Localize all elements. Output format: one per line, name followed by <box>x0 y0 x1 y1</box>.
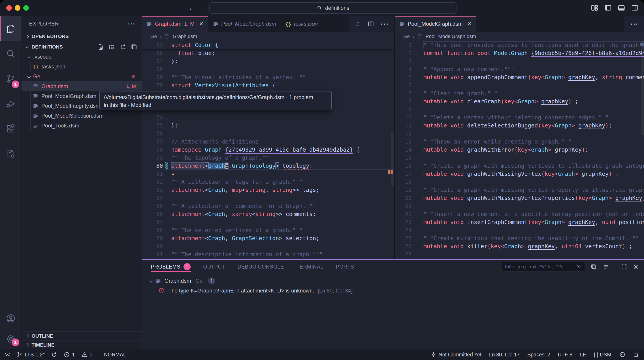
timeline-section[interactable]: TIMELINE <box>22 340 142 349</box>
search-activity-icon[interactable] <box>0 41 22 66</box>
code-line-6[interactable]: 6 <box>395 81 644 89</box>
panel-tab-terminal[interactable]: TERMINAL <box>296 260 323 274</box>
panel-tab-ports[interactable]: PORTS <box>336 260 354 274</box>
status-eol[interactable]: LF <box>580 352 586 358</box>
status-error-count[interactable]: 1 <box>64 352 75 358</box>
close-tab-icon[interactable]: ✕ <box>467 21 472 27</box>
code-line-1[interactable]: 1"""This pool provides access to functio… <box>395 41 644 49</box>
status-indentation[interactable]: Spaces: 2 <box>527 352 550 358</box>
tree-item-ge[interactable]: Ge <box>22 71 142 81</box>
code-line-7[interactable]: 7"""Clear the graph.""" <box>395 89 644 97</box>
code-line-20[interactable]: 20mutable void graphWithMissingVertexPro… <box>395 194 644 202</box>
editor-scrollbar[interactable] <box>641 41 644 135</box>
toggle-secondary-sidebar-icon[interactable] <box>631 4 639 12</box>
code-line-25[interactable]: 25"""Create mutations that destroy the u… <box>395 234 644 242</box>
code-line-21[interactable]: 21 <box>395 202 644 210</box>
code-line-91[interactable]: 91"""The descriptive information of a gr… <box>142 250 394 259</box>
code-line-67[interactable]: 67}; <box>142 57 394 65</box>
code-editor-graph-dsm[interactable]: 66 float blue;67};6869"""The visual attr… <box>142 49 394 259</box>
code-line-70[interactable]: 70struct VertexVisualAttributes { <box>142 81 394 89</box>
code-line-4[interactable]: 4"""Append a new comment.""" <box>395 65 644 73</box>
code-line-81[interactable]: 81✦ <box>142 170 394 178</box>
open-editors-section[interactable]: OPEN EDITORS <box>22 31 142 41</box>
tree-item-graph-dsm[interactable]: Graph.dsm1, M <box>22 81 142 91</box>
status-notifications[interactable] <box>633 352 639 358</box>
code-line-23[interactable]: 23mutable void insertGraphComment(key<Gr… <box>395 218 644 226</box>
extensions-activity-icon[interactable] <box>0 116 22 141</box>
explorer-more-actions-icon[interactable]: ⋯ <box>128 21 136 26</box>
collapse-all-icon[interactable] <box>131 44 138 50</box>
panel-tab-output[interactable]: OUTPUT <box>203 260 225 274</box>
toggle-panel-icon[interactable] <box>618 4 625 12</box>
status-warning-count[interactable]: 0 <box>82 352 92 358</box>
dsm-tools-activity-icon[interactable] <box>0 141 22 166</box>
maximize-panel-icon[interactable] <box>621 264 627 270</box>
code-line-77[interactable]: 77// Attachments definitions <box>142 138 394 146</box>
compare-editor-icon[interactable] <box>354 20 361 27</box>
code-line-89[interactable]: 89attachment<Graph, GraphSelection> sele… <box>142 234 394 242</box>
breadcrumb[interactable]: Ge›Graph.dsm <box>142 32 394 41</box>
code-line-83[interactable]: 83attachment<Graph, map<string, string>>… <box>142 186 394 194</box>
code-line-10[interactable]: 10"""Delete a vertex without deleting co… <box>395 114 644 122</box>
code-line-17[interactable]: 17mutable void graphWithMissingVertex(ke… <box>395 170 644 178</box>
code-line-27[interactable]: 27 <box>395 250 644 259</box>
code-line-80[interactable]: 80attachment<GraphE,GraphTopology> topol… <box>142 162 394 170</box>
problems-filter-input[interactable] <box>502 262 585 272</box>
tree-item-tasks-json[interactable]: {}tasks.json <box>22 62 142 71</box>
breadcrumb-item-ge[interactable]: Ge <box>403 33 410 39</box>
editor-scrollbar[interactable] <box>391 132 394 186</box>
code-line-69[interactable]: 69"""The visual attributes of a vertex."… <box>142 73 394 81</box>
command-center-search[interactable]: definitions <box>210 2 456 14</box>
toggle-primary-sidebar-icon[interactable] <box>604 4 612 12</box>
explorer-activity-icon[interactable] <box>0 16 22 41</box>
code-line-11[interactable]: 11mutable void deleteSelectionBugged(key… <box>395 122 644 130</box>
code-line-84[interactable]: 84 <box>142 194 394 202</box>
status-encoding[interactable]: UTF-8 <box>558 352 572 358</box>
run-debug-activity-icon[interactable] <box>0 91 22 116</box>
status-git-branch[interactable]: LTS-1.2* <box>16 352 44 358</box>
status-remote-indicator[interactable]: >< <box>5 351 10 358</box>
code-line-8[interactable]: 8mutable void clearGraph(key<Graph> grap… <box>395 97 644 105</box>
nav-back-button[interactable]: ← <box>188 3 196 12</box>
settings-activity-icon[interactable]: 1 <box>0 329 22 349</box>
new-folder-icon[interactable] <box>108 44 115 50</box>
new-file-icon[interactable] <box>97 44 104 50</box>
panel-tab-debug-console[interactable]: DEBUG CONSOLE <box>238 260 284 274</box>
view-as-table-icon[interactable] <box>603 264 609 270</box>
accounts-activity-icon[interactable] <box>0 308 22 329</box>
outline-section[interactable]: OUTLINE <box>22 331 142 340</box>
customize-layout-icon[interactable] <box>591 4 598 12</box>
breadcrumb-item-ge[interactable]: Ge <box>150 33 157 39</box>
status-vim-mode[interactable]: -- NORMAL -- <box>99 352 131 358</box>
code-line-12[interactable]: 12 <box>395 130 644 138</box>
macos-close-button[interactable] <box>6 5 12 11</box>
code-line-26[interactable]: 26mutable void killer(key<Graph> graphKe… <box>395 242 644 250</box>
tab-graph-dsm[interactable]: Graph.dsm1, M✕ <box>142 16 208 32</box>
definitions-section[interactable]: DEFINITIONS <box>22 41 142 52</box>
collapse-all-icon[interactable] <box>591 264 597 270</box>
status-sync-status[interactable] <box>51 352 57 358</box>
code-editor-pool-modelgraph-dsm[interactable]: 1"""This pool provides access to functio… <box>395 41 644 259</box>
code-line-75[interactable]: 75}; <box>142 122 394 130</box>
code-line-76[interactable]: 76 <box>142 130 394 138</box>
code-line-3[interactable]: 3 <box>395 57 644 65</box>
status-cursor-position[interactable]: Ln 80, Col 17 <box>489 352 520 358</box>
problem-row[interactable]: The type K=Graph::GraphE in attachment<K… <box>142 286 644 296</box>
code-line-87[interactable]: 87 <box>142 218 394 226</box>
code-line-14[interactable]: 14mutable void graphWithError(key<Graph>… <box>395 146 644 154</box>
status-copilot[interactable] <box>619 351 626 358</box>
sticky-scroll-line[interactable]: 63struct Color { <box>142 41 394 49</box>
code-line-9[interactable]: 9 <box>395 105 644 114</box>
split-editor-icon[interactable] <box>368 20 374 27</box>
code-line-19[interactable]: 19"""Create a graph with missing vertex … <box>395 186 644 194</box>
code-line-15[interactable]: 15 <box>395 154 644 162</box>
code-line-78[interactable]: 78namespace Graph {27c49329-a399-415c-ba… <box>142 146 394 154</box>
tree-item-vscode[interactable]: .vscode <box>22 52 142 62</box>
code-line-90[interactable]: 90 <box>142 242 394 250</box>
code-line-13[interactable]: 13"""Throw an error while creating a gra… <box>395 138 644 146</box>
tree-item-pool-tools-dsm[interactable]: Pool_Tools.dsm <box>22 121 142 131</box>
code-line-74[interactable]: 74 <box>142 114 394 122</box>
close-tab-icon[interactable]: ✕ <box>199 21 204 27</box>
tab-pool-modelgraph-dsm[interactable]: Pool_ModelGraph.dsm <box>208 16 281 32</box>
code-line-16[interactable]: 16"""Create a graph with missing vertice… <box>395 162 644 170</box>
